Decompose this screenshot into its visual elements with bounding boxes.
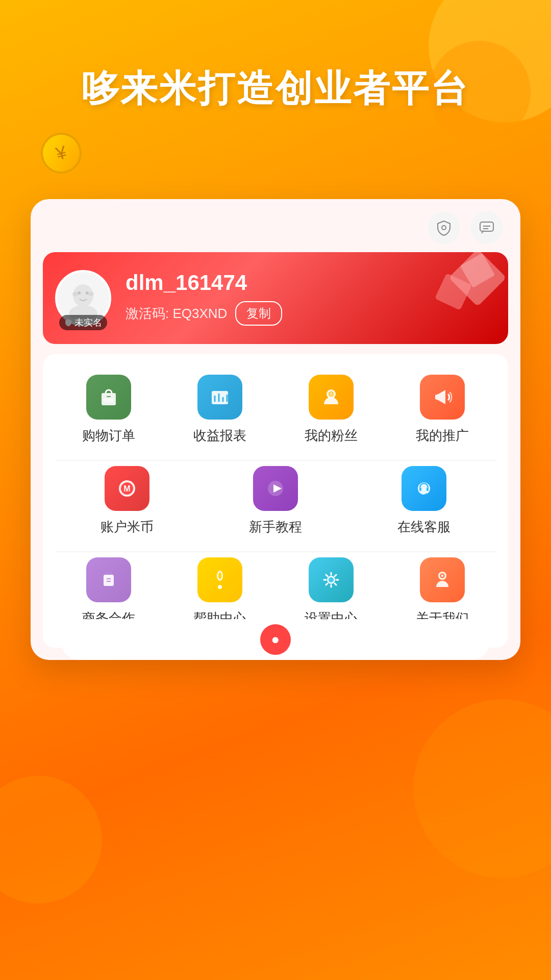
- service-icon: [402, 466, 446, 511]
- bottom-nav: ●: [61, 619, 490, 660]
- menu-row-2: M 账户米币 新手教程 在线客服: [43, 461, 508, 551]
- bg-blob-4: [0, 776, 102, 903]
- fans-label: 我的粉丝: [305, 427, 358, 445]
- menu-item-shopping[interactable]: 购物订单: [53, 375, 164, 445]
- biz-icon: [86, 557, 131, 602]
- menu-item-help[interactable]: 帮助中心: [164, 557, 276, 627]
- svg-point-32: [218, 572, 221, 579]
- chat-icon-btn[interactable]: [470, 211, 503, 244]
- icon-grid: 购物订单 收益报表 我的粉丝 我的推广 M 账户米币 新手教程 在线客服: [43, 354, 508, 648]
- main-card: 未实名 dlm_161474 激活码: EQ3XND 复制 购物订单 收益报表: [31, 199, 520, 660]
- bottom-circle[interactable]: ●: [260, 624, 291, 655]
- fans-icon: [309, 375, 354, 420]
- promote-icon: [420, 375, 465, 420]
- copy-button[interactable]: 复制: [235, 301, 282, 326]
- menu-item-earnings[interactable]: 收益报表: [164, 375, 276, 445]
- svg-point-0: [442, 226, 446, 230]
- help-icon: [197, 557, 242, 602]
- activation-label: 激活码: EQ3XND: [126, 305, 227, 323]
- svg-rect-28: [104, 575, 114, 586]
- menu-item-coins[interactable]: M 账户米币: [53, 466, 202, 536]
- service-label: 在线客服: [397, 518, 450, 536]
- svg-rect-27: [427, 487, 429, 491]
- username: dlm_161474: [126, 271, 492, 295]
- menu-item-about[interactable]: 关于我们: [387, 557, 498, 627]
- svg-point-8: [72, 292, 79, 296]
- tutorial-label: 新手教程: [249, 518, 302, 536]
- svg-rect-11: [107, 396, 111, 397]
- menu-row-1: 购物订单 收益报表 我的粉丝 我的推广: [43, 370, 508, 460]
- earnings-label: 收益报表: [193, 427, 246, 445]
- shopping-icon: [86, 375, 131, 420]
- menu-item-settings[interactable]: 设置中心: [276, 557, 387, 627]
- activation-row: 激活码: EQ3XND 复制: [126, 301, 492, 326]
- menu-item-fans[interactable]: 我的粉丝: [276, 375, 387, 445]
- unverified-badge: 未实名: [59, 315, 107, 330]
- avatar-wrapper: 未实名: [55, 270, 111, 326]
- card-header-icons: [43, 211, 508, 252]
- tutorial-icon: [253, 466, 298, 511]
- earnings-icon: [197, 375, 242, 420]
- shopping-label: 购物订单: [82, 427, 135, 445]
- svg-rect-26: [419, 487, 421, 491]
- svg-text:M: M: [124, 484, 131, 493]
- menu-item-biz[interactable]: 商务合作: [53, 557, 164, 627]
- svg-point-33: [218, 585, 222, 589]
- svg-point-38: [441, 575, 443, 577]
- about-icon: [420, 557, 465, 602]
- svg-point-35: [329, 577, 334, 582]
- coins-label: 账户米币: [101, 518, 154, 536]
- bg-blob-3: [413, 699, 551, 878]
- menu-item-promote[interactable]: 我的推广: [387, 375, 498, 445]
- promote-label: 我的推广: [416, 427, 469, 445]
- settings-icon: [309, 557, 354, 602]
- coins-icon: M: [105, 466, 149, 511]
- menu-item-tutorial[interactable]: 新手教程: [202, 466, 350, 536]
- profile-banner: 未实名 dlm_161474 激活码: EQ3XND 复制: [43, 252, 508, 344]
- shield-icon-btn[interactable]: [428, 211, 460, 244]
- coin-decoration: ¥: [41, 133, 82, 174]
- svg-point-9: [88, 292, 94, 296]
- page-title: 哆来米打造创业者平台: [0, 66, 551, 110]
- menu-item-service[interactable]: 在线客服: [349, 466, 498, 536]
